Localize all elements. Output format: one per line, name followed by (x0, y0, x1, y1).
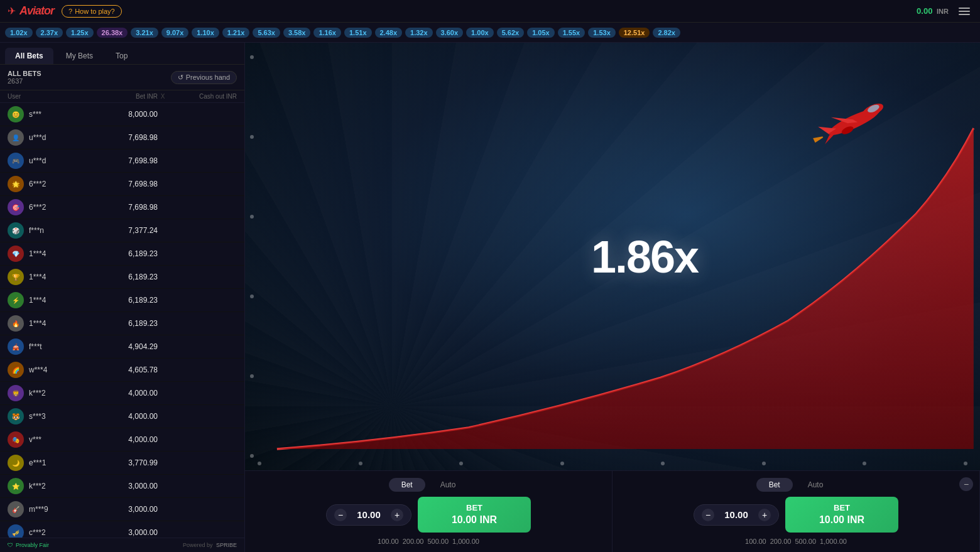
main-content: All Bets My Bets Top ALL BETS 2637 ↺ Pre… (0, 43, 980, 552)
multiplier-badge: 1.05x (527, 28, 555, 38)
username: f***n (29, 226, 95, 235)
multiplier-badge: 12.51x (619, 28, 650, 38)
bet-amount-cell: 3,000.00 (95, 505, 158, 514)
stepper-minus-1[interactable]: − (334, 509, 347, 521)
avatar: 🌟 (8, 176, 24, 192)
panel1-bet-tab[interactable]: Bet (389, 478, 425, 492)
table-row: 🎯 6***2 7,698.98 (0, 196, 244, 219)
multiplier-badge: 1.55x (558, 28, 585, 38)
table-row: 🏆 1***4 6,189.23 (0, 266, 244, 289)
x-dot (863, 462, 866, 465)
bet-label-2: BET (805, 503, 878, 514)
sidebar-header: ALL BETS 2637 ↺ Previous hand (0, 65, 244, 90)
y-axis (250, 55, 254, 458)
multiplier-badge: 5.62x (497, 28, 525, 38)
bet-amount-cell: 3,770.99 (95, 458, 158, 467)
bet-amount-cell: 7,698.98 (95, 203, 158, 212)
multiplier-display: 1.86x (591, 231, 698, 283)
table-row: 🐯 s***3 4,000.00 (0, 405, 244, 428)
panel2-auto-tab[interactable]: Auto (795, 478, 836, 492)
bet-amount-cell: 6,189.23 (95, 273, 158, 281)
panel2-remove-button[interactable]: − (959, 477, 973, 491)
y-dot (250, 295, 254, 298)
quick-amt-1000-1[interactable]: 1,000.00 (452, 538, 479, 545)
bet-button-1[interactable]: BET 10.00 INR (418, 497, 531, 533)
quick-amt-200-2[interactable]: 200.00 (770, 538, 792, 545)
previous-hand-button[interactable]: ↺ Previous hand (171, 71, 237, 84)
plane-container (806, 94, 906, 144)
quick-amt-500-2[interactable]: 500.00 (795, 538, 816, 545)
multiplier-badge: 1.25x (66, 28, 94, 38)
x-dot (964, 462, 967, 465)
avatar: 🌙 (8, 455, 24, 471)
stepper-minus-2[interactable]: − (702, 509, 714, 521)
username: 1***4 (29, 296, 95, 305)
bet-button-2[interactable]: BET 10.00 INR (785, 497, 898, 533)
bet-panel-1-row: − 10.00 + BET 10.00 INR (255, 497, 602, 533)
balance-currency: INR (937, 8, 949, 15)
username: 1***4 (29, 273, 95, 281)
quick-amounts-2: 100.00 200.00 500.00 1,000.00 (745, 538, 847, 545)
table-row: 🔥 1***4 6,189.23 (0, 312, 244, 335)
multiplier-badge: 2.82x (653, 28, 680, 38)
bet-amount-cell: 7,698.98 (95, 180, 158, 188)
table-row: 😊 s*** 8,000.00 (0, 103, 244, 126)
provably-fair: 🛡 Provably Fair (8, 542, 49, 548)
multiplier-badge: 2.48x (375, 28, 403, 38)
bet-amount-label-2: 10.00 INR (805, 514, 878, 527)
username: u***d (29, 156, 95, 165)
avatar: 🎮 (8, 153, 24, 169)
spribe-label: SPRIBE (216, 542, 237, 548)
multiplier-badge: 1.51x (344, 28, 372, 38)
username: k***2 (29, 389, 95, 398)
table-row: 🌙 e***1 3,770.99 (0, 452, 244, 475)
col-user-header: User (8, 93, 95, 100)
how-to-play-label: How to play? (75, 8, 115, 15)
username: c***2 (29, 528, 95, 537)
avatar: 😊 (8, 106, 24, 122)
avatar: 🎪 (8, 338, 24, 355)
x-dot (258, 462, 261, 465)
avatar: 👤 (8, 129, 24, 146)
logo: ✈ Aviator (8, 4, 54, 18)
tab-my-bets[interactable]: My Bets (56, 48, 103, 64)
bet-label-1: BET (438, 503, 511, 514)
quick-amt-200-1[interactable]: 200.00 (403, 538, 424, 545)
quick-amt-100-1[interactable]: 100.00 (378, 538, 399, 545)
username: v*** (29, 435, 95, 444)
quick-amt-100-2[interactable]: 100.00 (745, 538, 766, 545)
bet-amount-cell: 7,698.98 (95, 133, 158, 142)
how-to-play-button[interactable]: ? How to play? (62, 5, 122, 18)
x-dot (661, 462, 665, 465)
multiplier-badge: 1.10x (192, 28, 219, 38)
x-dot (560, 462, 564, 465)
col-bet-header: Bet INR (95, 93, 158, 100)
stepper-plus-1[interactable]: + (391, 509, 403, 521)
quick-amt-1000-2[interactable]: 1,000.00 (820, 538, 847, 545)
question-icon: ? (68, 8, 72, 15)
panel2-bet-tab[interactable]: Bet (756, 478, 793, 492)
col-cashout-header: Cash out INR (168, 93, 237, 100)
quick-amounts-1: 100.00 200.00 500.00 1,000.00 (378, 538, 479, 545)
col-x-header: X (158, 93, 168, 100)
bet-amount-cell: 7,377.24 (95, 226, 158, 235)
bet-panel-2-tabs: Bet Auto (756, 478, 836, 492)
bet-panel-1: Bet Auto − 10.00 + BET 10.00 INR (245, 471, 612, 552)
quick-amt-500-1[interactable]: 500.00 (427, 538, 449, 545)
game-canvas: 1.86x (245, 43, 980, 470)
svg-marker-7 (813, 134, 824, 143)
multiplier-badge: 26.38x (97, 28, 128, 38)
tab-top[interactable]: Top (106, 48, 138, 64)
username: s*** (29, 110, 95, 119)
y-dot (250, 454, 254, 458)
multiplier-badge: 1.00x (466, 28, 494, 38)
panel1-auto-tab[interactable]: Auto (428, 478, 469, 492)
tab-all-bets[interactable]: All Bets (5, 48, 53, 64)
bets-table-header: User Bet INR X Cash out INR (0, 90, 244, 103)
username: w***4 (29, 365, 95, 374)
bet-amount-cell: 6,189.23 (95, 249, 158, 258)
avatar: 🎭 (8, 431, 24, 448)
stepper-plus-2[interactable]: + (758, 509, 771, 521)
menu-button[interactable] (956, 5, 972, 18)
username: m***9 (29, 505, 95, 514)
